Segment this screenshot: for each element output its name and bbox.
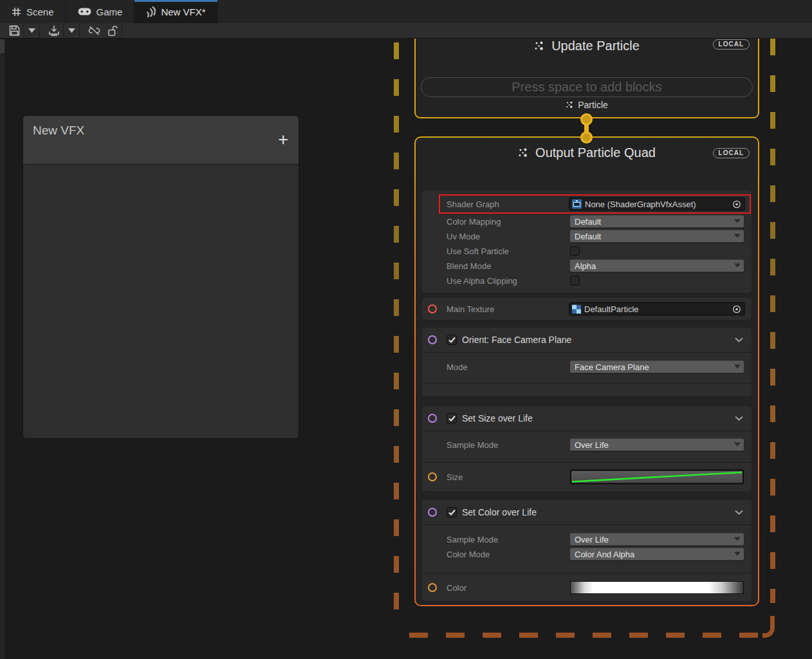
node-title: Update Particle: [416, 39, 758, 53]
dropdown-arrow-icon: [734, 234, 741, 237]
save-dropdown-button[interactable]: [24, 23, 39, 38]
set-color-block-header[interactable]: Set Color over Life: [422, 500, 752, 524]
orient-block: Orient: Face Camera Plane Mode Face Came…: [422, 328, 752, 396]
set-color-over-life-block: Set Color over Life Sample Mode Over Lif…: [422, 500, 752, 601]
update-particle-node[interactable]: Update Particle LOCAL Press space to add…: [414, 32, 759, 118]
tab-label: New VFX*: [161, 6, 205, 17]
save-as-icon: [48, 25, 60, 36]
blackboard-panel: New VFX +: [23, 116, 299, 438]
setting-row-blend-mode: Blend Mode Alpha: [422, 258, 752, 273]
orient-mode-row: Mode Face Camera Plane: [422, 359, 752, 374]
dropdown-arrow-icon: [734, 219, 741, 223]
main-texture-object-field[interactable]: DefaultParticle: [569, 302, 745, 316]
flow-input-anchor[interactable]: [580, 131, 593, 144]
save-icon: [9, 25, 20, 36]
orient-mode-dropdown[interactable]: Face Camera Plane: [570, 360, 744, 373]
size-input-port[interactable]: [428, 472, 437, 481]
orient-enabled-checkbox[interactable]: [447, 335, 457, 345]
add-blocks-hint[interactable]: Press space to add blocks: [421, 77, 753, 97]
tab-label: Scene: [26, 6, 54, 17]
object-picker-icon[interactable]: [730, 198, 743, 210]
left-panel-edge: [0, 39, 5, 659]
setting-label: Blend Mode: [447, 261, 491, 270]
dropdown-arrow-icon: [734, 442, 741, 446]
scope-badge: LOCAL: [713, 39, 750, 50]
particle-icon: [566, 101, 574, 109]
blend-mode-dropdown[interactable]: Alpha: [570, 259, 744, 272]
setting-label: Sample Mode: [447, 534, 498, 544]
dropdown-arrow-icon: [734, 552, 741, 555]
chevron-down-icon[interactable]: [735, 416, 743, 421]
setting-label: Color Mapping: [447, 216, 501, 226]
add-property-button[interactable]: +: [278, 131, 288, 149]
set-size-over-life-block: Set Size over Life Sample Mode Over Life: [422, 406, 752, 491]
property-label: Size: [447, 472, 463, 482]
node-settings-block: Shader Graph None (ShaderGraphVfxAsset): [422, 190, 752, 293]
chevron-down-icon[interactable]: [735, 337, 743, 342]
block-title: Orient: Face Camera Plane: [462, 335, 571, 345]
system-border-corner: [762, 616, 775, 638]
output-particle-quad-node[interactable]: Output Particle Quad LOCAL Shader Graph …: [414, 136, 759, 606]
object-picker-icon[interactable]: [730, 303, 743, 315]
block-title: Set Color over Life: [462, 507, 537, 517]
unlock-icon: [108, 26, 118, 36]
system-border-right[interactable]: [770, 39, 775, 603]
texture-asset-icon: [572, 304, 581, 313]
save-as-button[interactable]: [45, 23, 63, 38]
blackboard-title: New VFX: [33, 124, 84, 138]
set-color-block-port[interactable]: [428, 508, 437, 517]
use-soft-particle-checkbox[interactable]: [570, 246, 580, 255]
dropdown-arrow-icon: [734, 364, 741, 368]
size-sample-mode-row: Sample Mode Over Life: [422, 437, 752, 452]
setting-label: Color Mode: [447, 549, 490, 559]
particle-icon: [534, 41, 545, 51]
blackboard-body[interactable]: [23, 164, 299, 438]
caret-down-icon: [68, 28, 75, 33]
set-size-block-header[interactable]: Set Size over Life: [422, 406, 752, 431]
tab-label: Game: [97, 6, 123, 17]
save-as-dropdown-button[interactable]: [64, 23, 79, 38]
setting-row-shader-graph: Shader Graph None (ShaderGraphVfxAsset): [422, 194, 752, 214]
set-size-enabled-checkbox[interactable]: [447, 413, 457, 423]
color-sample-mode-dropdown[interactable]: Over Life: [570, 533, 744, 545]
shader-graph-object-field[interactable]: None (ShaderGraphVfxAsset): [569, 198, 745, 211]
orient-block-header[interactable]: Orient: Face Camera Plane: [422, 328, 752, 352]
flow-output-port-label: Particle: [416, 100, 758, 110]
set-color-enabled-checkbox[interactable]: [447, 507, 457, 517]
color-gradient-row: Color: [422, 573, 752, 601]
main-texture-input-port[interactable]: [428, 304, 437, 313]
unlock-icon-button[interactable]: [104, 23, 122, 38]
setting-label: Sample Mode: [447, 440, 498, 449]
tab-new-vfx[interactable]: New VFX*: [134, 0, 217, 23]
block-title: Set Size over Life: [462, 413, 533, 423]
set-size-block-port[interactable]: [428, 414, 437, 423]
color-mode-row: Color Mode Color And Alpha: [422, 546, 752, 561]
setting-label: Use Alpha Clipping: [447, 275, 517, 285]
use-alpha-clipping-checkbox[interactable]: [570, 275, 580, 285]
size-curve-field[interactable]: [570, 470, 744, 485]
unlink-button[interactable]: [85, 23, 104, 38]
system-border-left[interactable]: [394, 42, 399, 628]
tab-scene[interactable]: Scene: [0, 0, 66, 23]
flow-output-anchor[interactable]: [580, 113, 593, 125]
check-icon: [448, 416, 456, 422]
size-sample-mode-dropdown[interactable]: Over Life: [570, 438, 744, 450]
tab-game[interactable]: Game: [66, 0, 135, 23]
setting-row-color-mapping: Color Mapping Default: [422, 214, 752, 228]
vfx-asset-icon: [146, 6, 156, 17]
shader-graph-asset-icon: [572, 200, 582, 209]
color-mapping-dropdown[interactable]: Default: [570, 215, 744, 227]
blackboard-header[interactable]: New VFX +: [23, 116, 299, 164]
uv-mode-dropdown[interactable]: Default: [570, 230, 744, 242]
color-gradient-field[interactable]: [570, 581, 744, 594]
orient-block-port[interactable]: [428, 335, 437, 344]
color-mode-dropdown[interactable]: Color And Alpha: [570, 548, 744, 560]
color-input-port[interactable]: [428, 583, 437, 592]
flow-edge[interactable]: [580, 113, 593, 144]
object-field-value: DefaultParticle: [584, 304, 639, 314]
save-button[interactable]: [5, 23, 23, 38]
chevron-down-icon[interactable]: [735, 510, 743, 515]
system-border-bottom[interactable]: [409, 633, 758, 638]
setting-label: Mode: [447, 362, 468, 371]
setting-row-uv-mode: Uv Mode Default: [422, 228, 752, 243]
